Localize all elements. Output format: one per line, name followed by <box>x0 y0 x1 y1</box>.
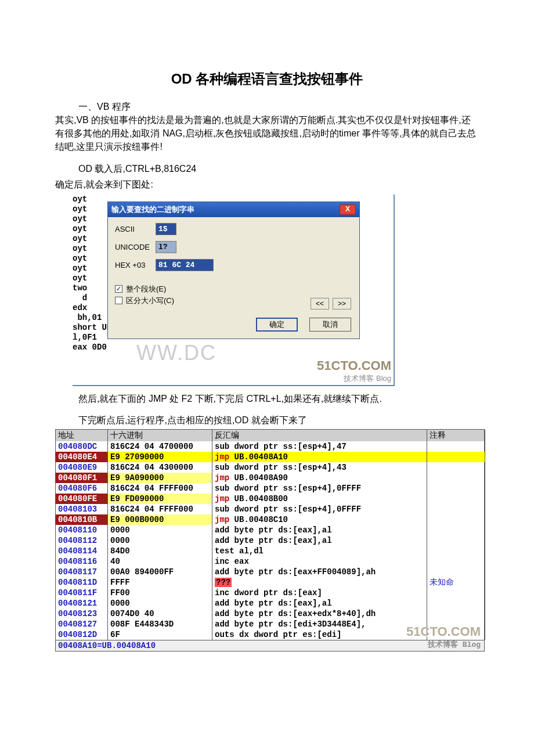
table-row[interactable]: 0040810BE9 000B0000jmp UB.00408C10 <box>56 514 484 525</box>
cancel-button[interactable]: 取消 <box>309 318 351 332</box>
brand-sub: 技术博客 Blog <box>344 373 391 384</box>
hex-label: HEX +03 <box>115 261 156 269</box>
table-row[interactable]: 0040811640inc eax <box>56 556 484 567</box>
table-row[interactable]: 004081100000add byte ptr ds:[eax],al <box>56 525 484 535</box>
table-row[interactable]: 0040811FFF00inc dword ptr ds:[eax] <box>56 588 484 598</box>
table-row[interactable]: 004081210000add byte ptr ds:[eax],al <box>56 598 484 609</box>
unicode-input[interactable]: l? <box>156 241 176 253</box>
unicode-label: UNICODE <box>115 243 156 251</box>
dialog-figure: oyt oyt oyt oyt oyt oyt oyt oyt oyt two … <box>73 195 395 386</box>
search-binary-dialog: 输入要查找的二进制字串 X ASCII 1$ UNICODE l? HEX +0… <box>107 201 360 339</box>
paragraph-5: 下完断点后,运行程序,点击相应的按纽,OD 就会断下来了 <box>78 413 479 427</box>
table-row[interactable]: 004081230074D0 40add byte ptr ds:[eax+ed… <box>56 609 484 619</box>
table-row[interactable]: 0040811700A0 894000FFadd byte ptr ds:[ea… <box>56 567 484 577</box>
hex-input[interactable]: 81 6C 24 <box>156 259 214 271</box>
table-row[interactable]: 004080DC816C24 04 4700000sub dword ptr s… <box>56 441 484 452</box>
col-addr: 地址 <box>56 430 108 441</box>
close-icon[interactable]: X <box>340 204 356 215</box>
ascii-label: ASCII <box>115 225 156 233</box>
table-header: 地址 十六进制 反汇编 注释 <box>56 430 484 441</box>
dialog-titlebar: 输入要查找的二进制字串 X <box>108 202 359 217</box>
prev-button[interactable]: << <box>311 298 329 309</box>
brand-logo: 51CTO.COM <box>317 358 391 373</box>
paragraph-4: 然后,就在下面的 JMP 处 F2 下断,下完后 CTRL+L,如果还有,就继续… <box>78 392 479 405</box>
table-row[interactable]: 00408127008F E448343Dadd byte ptr ds:[ed… <box>56 619 484 629</box>
page-title: OD 各种编程语言查找按钮事件 <box>55 70 479 88</box>
col-note: 注释 <box>427 430 485 441</box>
status-bar: 00408A10=UB.00408A10 <box>56 640 484 651</box>
ok-button[interactable]: 确定 <box>256 318 298 332</box>
dialog-title: 输入要查找的二进制字串 <box>111 204 340 215</box>
case-sensitive-label: 区分大小写(C) <box>126 296 174 306</box>
col-dis: 反汇编 <box>212 430 427 441</box>
paragraph-1: 其实,VB 的按钮事件的找法是最为普遍的,也就是大家所谓的万能断点.其实也不仅仅… <box>55 113 479 154</box>
ascii-input[interactable]: 1$ <box>156 223 176 235</box>
table-row[interactable]: 004080F6816C24 04 FFFF000sub dword ptr s… <box>56 483 484 494</box>
table-row[interactable]: 004080E4E9 27090000jmp UB.00408A10 <box>56 452 484 462</box>
whole-block-checkbox[interactable]: ✓ <box>115 285 122 293</box>
table-row[interactable]: 0040812D6Fouts dx dword ptr es:[edi] <box>56 629 484 640</box>
table-row[interactable]: 0040811484D0test al,dl <box>56 546 484 556</box>
paragraph-2: OD 载入后,CTRL+B,816C24 <box>78 162 479 175</box>
next-button[interactable]: >> <box>333 298 351 309</box>
whole-block-label: 整个段块(E) <box>126 284 166 294</box>
table-row[interactable]: 004080E9816C24 04 4300000sub dword ptr s… <box>56 462 484 473</box>
case-sensitive-checkbox[interactable] <box>115 297 122 304</box>
section-heading: 一、VB 程序 <box>78 101 479 113</box>
table-row[interactable]: 004081120000add byte ptr ds:[eax],al <box>56 535 484 546</box>
watermark: WW.DC <box>136 341 217 365</box>
table-row[interactable]: 00408103816C24 04 FFFF000sub dword ptr s… <box>56 504 484 514</box>
table-row[interactable]: 0040811DFFFF???未知命 <box>56 577 484 588</box>
col-hex: 十六进制 <box>108 430 212 441</box>
paragraph-3: 确定后,就会来到下图处: <box>55 178 479 191</box>
table-row[interactable]: 004080FEE9 FD090000jmp UB.00408B00 <box>56 494 484 504</box>
table-row[interactable]: 004080F1E9 9A090000jmp UB.00408A90 <box>56 473 484 483</box>
disassembly-table: 地址 十六进制 反汇编 注释 004080DC816C24 04 4700000… <box>55 429 485 651</box>
